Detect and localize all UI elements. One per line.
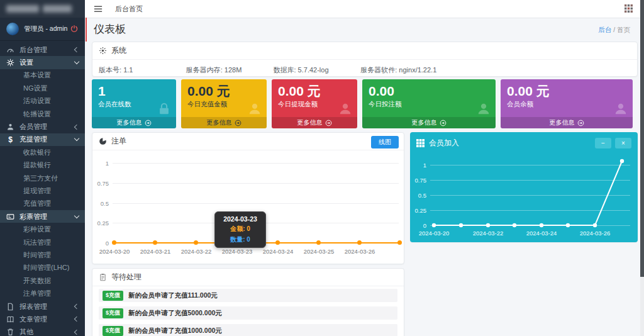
chevron-left-icon xyxy=(74,304,79,309)
stat-card-member-balance: 0.00 元 会员余额 更多信息 xyxy=(501,79,633,128)
gridline xyxy=(113,163,399,164)
more-info-link[interactable]: 更多信息 xyxy=(362,117,496,128)
y-tick: 0 xyxy=(94,240,109,247)
chevron-down-icon xyxy=(74,136,79,141)
chevron-left-icon xyxy=(74,330,79,335)
sidebar: 管理员 - admin 后台管理 设置 基本设置 NG设置 活动设置 轮播设置 … xyxy=(0,0,85,336)
more-info-link[interactable]: 更多信息 xyxy=(181,117,267,128)
sidebar-item-reports[interactable]: 报表管理 xyxy=(0,300,85,313)
chevron-left-icon xyxy=(74,316,79,322)
sidebar-subitem[interactable]: 彩种设置 xyxy=(0,223,85,235)
stat-value: 0.00 元 xyxy=(507,84,633,99)
line-chart-button[interactable]: 线图 xyxy=(371,136,399,148)
stat-value: 0.00 元 xyxy=(187,84,267,99)
ticket-icon xyxy=(6,213,14,221)
x-tick: 2024-03-24 xyxy=(258,248,297,255)
arrow-circle-icon xyxy=(577,120,584,126)
sidebar-subitem[interactable]: 第三方支付 xyxy=(0,172,85,184)
person-ghost-icon xyxy=(614,102,628,116)
lock-ghost-icon xyxy=(157,102,171,116)
stat-card-today-recharge: 0.00 元 今日充值金额 更多信息 xyxy=(181,79,267,128)
power-icon[interactable] xyxy=(70,25,79,33)
x-tick: 2024-03-21 xyxy=(136,248,175,255)
sidebar-item-articles[interactable]: 文章管理 xyxy=(0,313,85,325)
avatar xyxy=(6,23,19,35)
breadcrumb-link[interactable]: 后台 xyxy=(598,26,611,33)
system-info-row: 版本号: 1.1 服务器内存: 128M 数据库: 5.7.42-log 服务器… xyxy=(92,60,637,81)
gear-icon xyxy=(99,47,107,55)
x-tick: 2024-03-26 xyxy=(340,248,379,255)
system-panel-title: 系统 xyxy=(111,45,126,56)
data-point xyxy=(153,240,157,245)
sidebar-subitem[interactable]: 提现管理 xyxy=(0,184,85,197)
version-field: 版本号: 1.1 xyxy=(99,65,186,75)
admin-dashboard: 管理员 - admin 后台管理 设置 基本设置 NG设置 活动设置 轮播设置 … xyxy=(0,0,644,336)
person-ghost-icon xyxy=(338,102,352,116)
sidebar-item-members[interactable]: 会员管理 xyxy=(0,120,85,133)
x-tick: 2024-03-22 xyxy=(469,230,508,237)
apps-grid-icon[interactable] xyxy=(625,4,633,13)
scrollbar-track[interactable] xyxy=(640,0,644,336)
user-icon xyxy=(6,123,14,131)
user-panel: 管理员 - admin xyxy=(0,18,85,41)
y-tick: 0.75 xyxy=(94,180,109,187)
sidebar-item-backend[interactable]: 后台管理 xyxy=(0,43,85,56)
y-tick: 0.5 xyxy=(94,200,109,207)
sidebar-item-settings[interactable]: 设置 xyxy=(0,56,85,69)
sidebar-subitem[interactable]: 时间管理(LHC) xyxy=(0,262,85,274)
sidebar-subitem[interactable]: 开奖数据 xyxy=(0,274,85,287)
sidebar-subitem[interactable]: 充值管理 xyxy=(0,198,85,210)
tab-backend-home[interactable]: 后台首页 xyxy=(115,4,143,14)
sidebar-subitem[interactable]: 轮播设置 xyxy=(0,108,85,120)
tooltip-amount: 金额: 0 xyxy=(218,225,263,233)
data-point xyxy=(357,240,362,245)
x-tick: 2024-03-20 xyxy=(414,230,453,237)
arrow-circle-icon xyxy=(235,120,242,126)
chart-tooltip: 2024-03-23 金额: 0 数量: 0 xyxy=(214,211,266,248)
dollar-icon: $ xyxy=(6,135,14,143)
stat-value: 0.00 元 xyxy=(278,84,357,99)
pending-item[interactable]: $充值 新的会员申请了充值111.000元 xyxy=(99,289,397,302)
sidebar-item-recharge[interactable]: $ 充提管理 xyxy=(0,133,85,146)
y-tick: 0.25 xyxy=(94,220,109,227)
sidebar-item-other[interactable]: 其他 xyxy=(0,326,85,336)
top-navbar: 后台首页 xyxy=(85,0,644,18)
sidebar-subitem[interactable]: 活动设置 xyxy=(0,95,85,108)
pending-item[interactable]: $充值 新的会员申请了充值5000.000元 xyxy=(99,306,397,320)
pending-item-text: 新的会员申请了充值1000.000元 xyxy=(128,327,222,335)
recharge-badge: $充值 xyxy=(103,291,123,301)
sidebar-subitem[interactable]: 基本设置 xyxy=(0,69,85,82)
sidebar-item-lottery[interactable]: 彩票管理 xyxy=(0,210,85,223)
pending-panel-title: 等待处理 xyxy=(111,272,142,283)
page-title: 仪表板 xyxy=(94,22,126,36)
person-ghost-icon xyxy=(477,102,491,116)
arrow-circle-icon xyxy=(440,120,447,126)
sidebar-subitem[interactable]: 玩法管理 xyxy=(0,236,85,249)
sidebar-subitem[interactable]: 注单管理 xyxy=(0,287,85,300)
pending-panel: 等待处理 $充值 新的会员申请了充值111.000元 $充值 新的会员申请了充值… xyxy=(92,268,404,336)
stat-card-online-members: 1 会员在线数 更多信息 xyxy=(92,79,176,128)
gear-icon xyxy=(6,59,14,67)
sidebar-subitem[interactable]: 收款银行 xyxy=(0,146,85,159)
file-icon xyxy=(6,303,14,311)
more-info-link[interactable]: 更多信息 xyxy=(92,117,176,128)
pie-chart-icon xyxy=(99,137,107,145)
chevron-left-icon xyxy=(74,124,79,129)
pending-item-text: 新的会员申请了充值111.000元 xyxy=(128,291,218,300)
recharge-badge: $充值 xyxy=(103,308,123,318)
pending-item[interactable]: $充值 新的会员申请了充值1000.000元 xyxy=(99,324,397,336)
scrollbar-thumb[interactable] xyxy=(640,0,644,277)
memory-field: 服务器内存: 128M xyxy=(186,65,274,75)
sidebar-subitem[interactable]: 提款银行 xyxy=(0,159,85,172)
data-point xyxy=(397,240,402,245)
logo-censored-block xyxy=(6,5,39,13)
more-info-link[interactable]: 更多信息 xyxy=(272,117,357,128)
tooltip-date: 2024-03-23 xyxy=(218,215,263,223)
system-panel-header: 系统 xyxy=(92,42,637,60)
sidebar-toggle-icon[interactable] xyxy=(94,6,103,13)
member-join-panel: 会员加入 − × 1 0.75 0.5 0.25 0 2024-03-20 xyxy=(410,132,638,242)
sidebar-subitem[interactable]: NG设置 xyxy=(0,82,85,94)
sidebar-subitem[interactable]: 时间管理 xyxy=(0,249,85,261)
gridline xyxy=(113,203,399,204)
more-info-link[interactable]: 更多信息 xyxy=(501,117,633,128)
